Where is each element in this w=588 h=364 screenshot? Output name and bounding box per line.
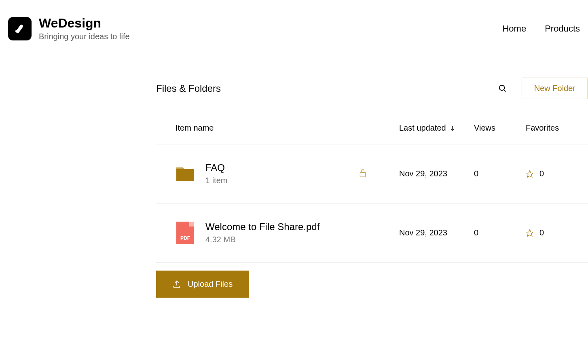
table-header: Item name Last updated Views Favorites	[156, 123, 588, 144]
star-icon[interactable]	[526, 170, 534, 178]
svg-rect-1	[15, 24, 23, 34]
new-folder-button[interactable]: New Folder	[522, 78, 588, 99]
item-subtitle: 4.32 MB	[205, 235, 319, 244]
item-subtitle: 1 item	[205, 176, 227, 185]
header-views[interactable]: Views	[474, 123, 526, 133]
cell-last-updated: Nov 29, 2023	[399, 228, 474, 237]
header-last-updated[interactable]: Last updated	[399, 123, 474, 133]
cell-views: 0	[474, 169, 526, 178]
lock-icon	[359, 169, 367, 178]
header-favorites[interactable]: Favorites	[526, 123, 588, 133]
folder-icon	[176, 164, 195, 184]
page-title: Files & Folders	[156, 83, 221, 94]
svg-marker-7	[527, 170, 533, 177]
upload-files-button[interactable]: Upload Files	[156, 271, 249, 298]
files-table: Item name Last updated Views Favorites	[156, 123, 588, 262]
cell-last-updated: Nov 29, 2023	[399, 169, 474, 178]
item-name: Welcome to File Share.pdf	[205, 221, 319, 233]
nav-products[interactable]: Products	[545, 23, 580, 34]
upload-icon	[172, 280, 181, 289]
svg-point-2	[499, 85, 504, 90]
pdf-icon: PDF	[176, 223, 195, 243]
header-item-name[interactable]: Item name	[176, 123, 359, 133]
cell-favorites: 0	[526, 228, 588, 237]
nav: Home Products	[502, 23, 580, 34]
cell-views: 0	[474, 228, 526, 237]
svg-rect-5	[176, 169, 194, 181]
svg-marker-8	[527, 229, 533, 236]
brand-tagline: Bringing your ideas to life	[39, 32, 130, 41]
svg-rect-6	[360, 172, 365, 177]
svg-line-3	[503, 89, 506, 91]
brand: WeDesign Bringing your ideas to life	[8, 16, 130, 41]
search-button[interactable]	[498, 84, 507, 93]
star-icon[interactable]	[526, 229, 534, 237]
brand-title: WeDesign	[39, 16, 130, 30]
cell-favorites: 0	[526, 169, 588, 178]
table-row[interactable]: PDF Welcome to File Share.pdf 4.32 MB No…	[156, 203, 588, 262]
table-row[interactable]: FAQ 1 item Nov 29, 2023 0 0	[156, 144, 588, 203]
logo	[8, 17, 32, 40]
sort-down-icon	[449, 125, 456, 131]
search-icon	[498, 84, 507, 93]
nav-home[interactable]: Home	[502, 23, 526, 34]
logo-icon	[13, 21, 27, 36]
item-name: FAQ	[205, 162, 227, 174]
